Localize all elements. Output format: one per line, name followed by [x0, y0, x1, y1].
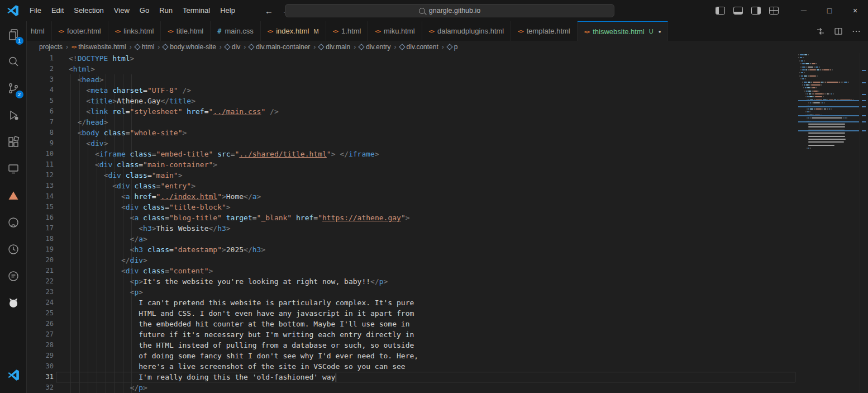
search-icon[interactable] — [0, 48, 27, 75]
toggle-secondary-sidebar-icon[interactable] — [751, 7, 761, 15]
github-icon[interactable] — [0, 209, 27, 236]
code-line-29[interactable]: of doing some fancy shit I don't see why… — [69, 351, 796, 361]
toggle-panel-icon[interactable] — [733, 7, 743, 15]
menu-selection[interactable]: Selection — [69, 0, 108, 21]
breadcrumb-item-thiswebsite-html[interactable]: <>thiswebsite.html — [71, 43, 126, 51]
editor-actions — [809, 21, 868, 41]
code-line-12[interactable]: <div class="main"> — [69, 170, 796, 181]
explorer-icon[interactable]: 1 — [0, 21, 27, 48]
menu-run[interactable]: Run — [154, 0, 178, 21]
extension-triangle-icon[interactable] — [0, 182, 27, 209]
tab-label: 1.html — [341, 27, 361, 35]
breadcrumb-item-p[interactable]: p — [447, 43, 458, 51]
tab-miku-html[interactable]: <>miku.html — [368, 21, 422, 41]
code-line-25[interactable]: HTML and CSS. I don't even have any java… — [69, 308, 796, 319]
code-line-16[interactable]: <a class="blog-title" target="_blank" hr… — [69, 212, 796, 223]
breadcrumb-item-body-whole-site[interactable]: body.whole-site — [163, 43, 216, 51]
tab-footer-html[interactable]: <>footer.html — [52, 21, 108, 41]
code-line-14[interactable]: <a href="../index.html">Home</a> — [69, 191, 796, 202]
code-line-7[interactable]: </head> — [69, 117, 796, 127]
tab-template-html[interactable]: <>template.html — [511, 21, 578, 41]
layout-controls — [716, 7, 779, 15]
minimize-button[interactable]: ─ — [791, 0, 817, 21]
overview-ruler[interactable] — [860, 53, 868, 393]
open-changes-icon[interactable] — [814, 25, 827, 37]
code-line-28[interactable]: the HTML instead of pulling from a datab… — [69, 340, 796, 351]
code-line-2[interactable]: <html> — [69, 64, 796, 74]
split-editor-icon[interactable] — [832, 25, 845, 37]
tab-thiswebsite-html[interactable]: <>thiswebsite.htmlU● — [578, 21, 669, 41]
code-line-20[interactable]: </div> — [69, 255, 796, 266]
code-line-27[interactable]: future if it's necessary but I'm writing… — [69, 329, 796, 340]
run-debug-icon[interactable] — [0, 102, 27, 129]
breadcrumb-item-div[interactable]: div — [225, 43, 240, 51]
source-control-icon[interactable]: 2 — [0, 75, 27, 102]
tab-title-html[interactable]: <>title.html — [161, 21, 211, 41]
nav-back-icon[interactable]: ← — [265, 6, 273, 16]
code-line-13[interactable]: <div class="entry"> — [69, 181, 796, 191]
code-line-22[interactable]: <p>It's the website you're looking at ri… — [69, 276, 796, 287]
tab-html[interactable]: html — [27, 21, 52, 41]
code-line-24[interactable]: I can't pretend this website is particul… — [69, 297, 796, 308]
code-line-32[interactable]: </p> — [69, 382, 796, 393]
editor[interactable]: 1234567891011121314151617181920212223242… — [27, 53, 868, 393]
customize-layout-icon[interactable] — [769, 7, 779, 15]
line-number: 20 — [27, 255, 54, 266]
pets-icon[interactable] — [0, 290, 27, 316]
minimap[interactable] — [796, 53, 860, 393]
maximize-button[interactable]: □ — [817, 0, 842, 21]
more-actions-icon[interactable] — [850, 25, 862, 37]
menu-edit[interactable]: Edit — [46, 0, 69, 21]
breadcrumb-item-div-main-container[interactable]: div.main-container — [249, 43, 310, 51]
code-line-30[interactable]: here's a live screenshot of the site in … — [69, 361, 796, 372]
menu-help[interactable]: Help — [215, 0, 240, 21]
code-line-19[interactable]: <h3 class="datestamp">2025</h3> — [69, 244, 796, 255]
extension-circle-icon[interactable] — [0, 263, 27, 290]
code-line-9[interactable]: <div> — [69, 138, 796, 149]
menu-view[interactable]: View — [109, 0, 135, 21]
menu-terminal[interactable]: Terminal — [178, 0, 215, 21]
extensions-icon[interactable] — [0, 129, 27, 155]
toggle-primary-sidebar-icon[interactable] — [716, 7, 725, 15]
code-line-5[interactable]: <title>Athene.Gay</title> — [69, 96, 796, 106]
minimap-content — [798, 54, 859, 151]
code-line-8[interactable]: <body class="whole-site"> — [69, 127, 796, 138]
vscode-logo-bottom-icon[interactable] — [0, 362, 27, 389]
menu-go[interactable]: Go — [135, 0, 154, 21]
code-line-3[interactable]: <head> — [69, 74, 796, 85]
tab-main-css[interactable]: #main.css — [211, 21, 261, 41]
code-line-26[interactable]: the embedded hit counter at the bottom. … — [69, 319, 796, 329]
tab-dalamudplugins-html[interactable]: <>dalamudplugins.html — [422, 21, 512, 41]
history-icon[interactable] — [0, 236, 27, 263]
unsaved-dot-icon[interactable]: ● — [659, 29, 661, 34]
breadcrumb-item-projects[interactable]: projects — [39, 43, 63, 51]
code-line-15[interactable]: <div class="title-block"> — [69, 202, 796, 212]
line-number: 28 — [27, 340, 54, 351]
code-line-1[interactable]: <!DOCTYPE html> — [69, 53, 796, 64]
code-line-18[interactable]: </a> — [69, 234, 796, 244]
code-line-4[interactable]: <meta charset="UTF-8" /> — [69, 85, 796, 96]
code-line-23[interactable]: <p> — [69, 287, 796, 297]
minimap-line — [798, 108, 859, 110]
code-line-10[interactable]: <iframe class="embed-title" src="../shar… — [69, 149, 796, 159]
tab-1-html[interactable]: <>1.html — [326, 21, 369, 41]
code-line-6[interactable]: <link rel="stylesheet" href="../main.css… — [69, 106, 796, 117]
breadcrumb-item-div-main[interactable]: div.main — [319, 43, 350, 51]
code-line-21[interactable]: <div class="content"> — [69, 266, 796, 276]
tab-links-html[interactable]: <>links.html — [108, 21, 161, 41]
breadcrumb-item-html[interactable]: html — [135, 43, 155, 51]
menu-file[interactable]: File — [25, 0, 46, 21]
remote-explorer-icon[interactable] — [0, 155, 27, 182]
code-line-17[interactable]: <h3>This Website</h3> — [69, 223, 796, 234]
code-line-31[interactable]: I'm really doing this the 'old-fashioned… — [69, 372, 796, 382]
breadcrumb-item-div-content[interactable]: div.content — [400, 43, 438, 51]
vscode-window: FileEditSelectionViewGoRunTerminalHelp ←… — [0, 0, 868, 393]
symbol-icon — [358, 44, 364, 50]
tab-index-html[interactable]: <>index.htmlM — [261, 21, 326, 41]
breadcrumb-item-div-entry[interactable]: div.entry — [359, 43, 390, 51]
code-line-11[interactable]: <div class="main-container"> — [69, 159, 796, 170]
close-button[interactable]: × — [842, 0, 868, 21]
minimap-line — [798, 75, 859, 77]
line-number: 5 — [27, 96, 54, 106]
command-center-search[interactable]: gnargle.github.io — [285, 4, 614, 17]
